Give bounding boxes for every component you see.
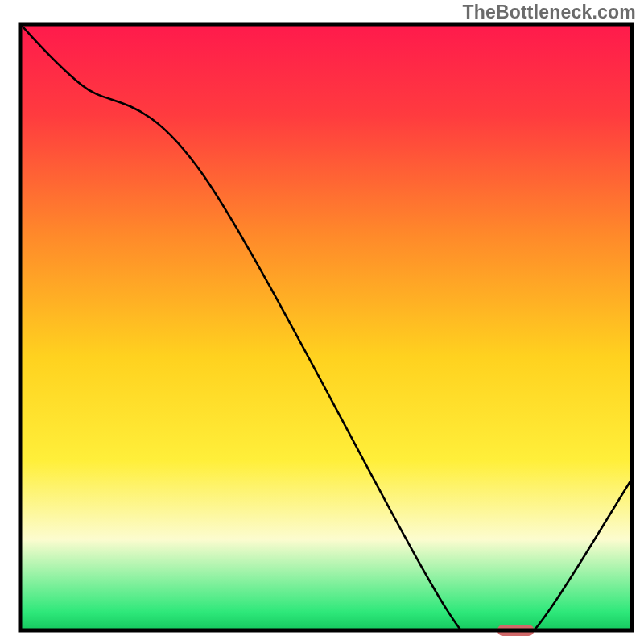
gradient-background bbox=[20, 24, 632, 630]
bottleneck-chart bbox=[0, 0, 644, 644]
chart-container: TheBottleneck.com bbox=[0, 0, 644, 644]
plot-area bbox=[20, 24, 632, 644]
